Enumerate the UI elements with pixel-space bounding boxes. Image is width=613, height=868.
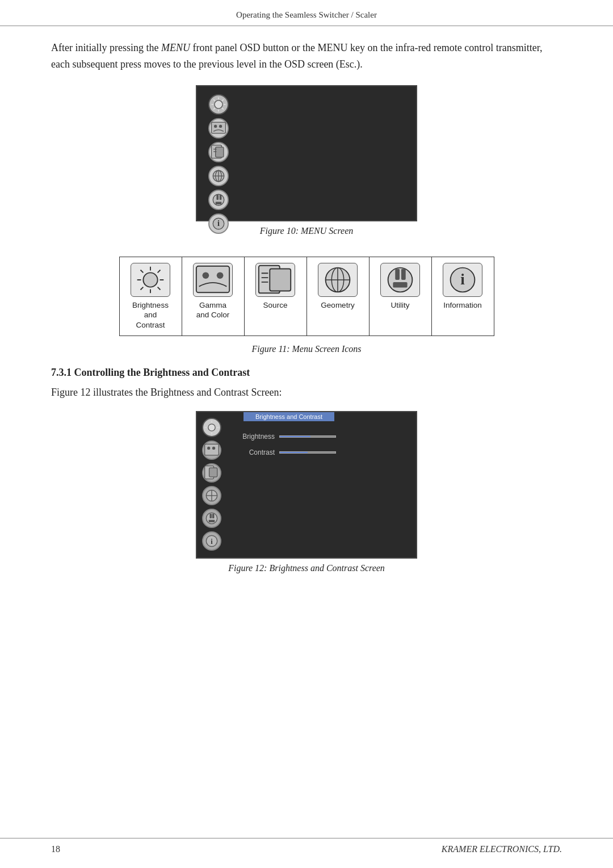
osd-icon-geometry [208,166,229,186]
menu-osd-row-4 [208,166,229,186]
svg-rect-35 [196,266,229,292]
bc-brightness-fill [280,436,310,437]
intro-paragraph: After initially pressing the MENU front … [51,40,562,73]
svg-rect-69 [209,520,215,522]
geometry-label: Geometry [316,300,360,311]
svg-rect-23 [216,202,222,204]
svg-rect-58 [205,444,219,455]
svg-point-37 [217,272,224,279]
information-label: Information [441,300,485,311]
svg-line-31 [141,270,144,272]
information-icon-img: i [443,263,482,297]
osd-icon-brightness [208,94,229,115]
figure10-caption: Figure 10: MENU Screen [260,226,354,236]
figure12-container: i Brightness and Contrast Brightness Con… [51,411,562,573]
svg-line-33 [158,270,161,272]
bc-osd-icon-4 [202,486,221,505]
bc-contrast-track [279,451,336,454]
menu-keyword: MENU [161,42,190,53]
section-heading: 7.3.1 Controlling the Brightness and Con… [51,367,562,379]
intro-text-before: After initially pressing the [51,42,161,53]
menu-screen-image: i [196,85,417,221]
menu-icon-cell-geometry: Geometry [306,257,369,336]
osd-icon-information: i [208,213,229,234]
svg-rect-22 [220,195,222,200]
svg-rect-21 [216,195,219,200]
svg-point-47 [388,267,413,292]
svg-point-60 [212,447,215,450]
menu-icon-cell-brightness: BrightnessandContrast [119,257,182,336]
menu-osd-row-1 [208,94,229,115]
svg-line-7 [222,99,224,101]
section-body-text: Figure 12 illustrates the Brightness and… [51,384,562,401]
page-header: Operating the Seamless Switcher / Scaler [0,0,613,26]
bc-left-icons: i [197,412,226,557]
osd-icon-source [208,142,229,162]
svg-point-10 [214,124,217,127]
source-label: Source [254,300,297,311]
svg-text:i: i [211,538,213,546]
svg-rect-67 [209,514,212,518]
page-content: After initially pressing the MENU front … [0,40,613,622]
menu-osd-row-3 [208,142,229,162]
bc-brightness-label: Brightness [238,433,275,441]
section-title: Controlling the Brightness and Contrast [74,367,250,378]
bc-brightness-row: Brightness [238,433,408,441]
header-title: Operating the Seamless Switcher / Scaler [236,10,377,19]
company-name: KRAMER ELECTRONICS, LTD. [442,844,562,854]
figure10-container: i Figure 10: MENU Screen [51,85,562,236]
svg-point-26 [143,272,157,287]
bc-osd-icon-1 [202,418,221,437]
svg-rect-9 [212,122,226,133]
source-icon-img [255,263,295,297]
geometry-icon-img [318,263,358,297]
bc-osd-icon-2 [202,441,221,460]
osd-icon-gamma [208,118,229,139]
page-footer: 18 KRAMER ELECTRONICS, LTD. [0,838,613,854]
svg-point-53 [208,424,215,431]
utility-icon-img [380,263,420,297]
menu-icons-row: BrightnessandContrast Gammaand Color [119,257,494,336]
menu-icon-cell-source: Source [244,257,306,336]
bc-osd-icon-5 [202,509,221,528]
menu-osd-row-2 [208,118,229,139]
svg-point-59 [207,447,210,450]
svg-rect-49 [401,269,406,279]
svg-text:i: i [217,219,220,228]
svg-text:i: i [460,270,465,287]
bc-osd-icon-6: i [202,531,221,551]
gamma-label: Gammaand Color [191,300,235,320]
svg-line-8 [213,108,215,110]
utility-label: Utility [379,300,422,311]
svg-point-11 [219,124,222,127]
menu-icons-table: BrightnessandContrast Gammaand Color [119,257,494,337]
bc-osd-icon-3 [202,463,221,483]
osd-icon-utility [208,190,229,210]
svg-rect-68 [212,514,215,518]
svg-rect-39 [270,269,291,291]
menu-icon-cell-information: i Information [431,257,494,336]
svg-line-6 [222,108,224,110]
svg-rect-48 [395,269,400,279]
bc-screen-image: i Brightness and Contrast Brightness Con… [196,411,417,559]
svg-rect-13 [216,147,224,157]
svg-line-5 [213,99,215,101]
svg-rect-50 [393,282,407,287]
bc-contrast-row: Contrast [238,448,408,456]
figure11-container: BrightnessandContrast Gammaand Color [51,246,562,355]
figure11-caption: Figure 11: Menu Screen Icons [251,344,361,354]
brightness-icon-img [131,263,170,297]
section-number: 7.3.1 [51,367,72,378]
svg-line-34 [141,287,144,290]
brightness-label: BrightnessandContrast [129,300,173,330]
menu-icon-cell-gamma: Gammaand Color [182,257,244,336]
gamma-icon-img [193,263,233,297]
bc-title-bar: Brightness and Contrast [243,412,334,421]
svg-point-0 [215,100,222,108]
bc-contrast-fill [280,452,308,453]
menu-osd-row-6: i [208,213,229,234]
svg-rect-62 [209,468,217,477]
svg-line-32 [158,287,161,290]
bc-main-panel: Brightness and Contrast Brightness Contr… [226,412,416,557]
menu-osd-row-5 [208,190,229,210]
